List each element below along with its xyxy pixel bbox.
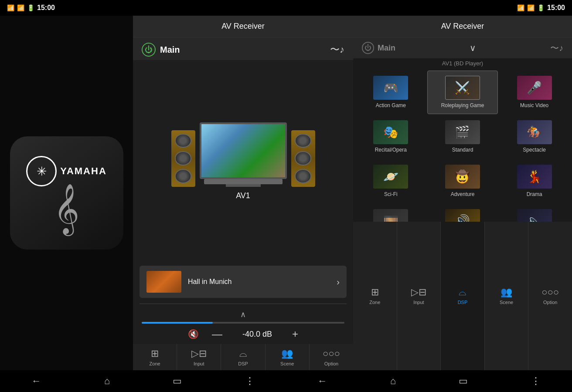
- right-nav-option[interactable]: ○○○ Option: [528, 222, 572, 371]
- left-nav-scene[interactable]: 👥 Scene: [266, 344, 310, 370]
- right-option-icon: ○○○: [541, 287, 559, 298]
- input-label: AV1: [236, 191, 250, 200]
- tv-stand: [204, 179, 283, 184]
- dsp-item-2ch-stereo[interactable]: 🔈 2ch Stereo: [499, 204, 570, 222]
- left-back-button[interactable]: ←: [23, 374, 50, 389]
- dsp-item-action-game[interactable]: 🎮 Action Game: [355, 71, 426, 114]
- dsp-item-music-video[interactable]: 🎤 Music Video: [499, 71, 570, 114]
- speaker-system: [171, 122, 315, 187]
- music-video-thumb: 🎤: [517, 76, 552, 100]
- sci-fi-label: Sci-Fi: [384, 191, 398, 198]
- left-nav-input[interactable]: ▷⊟ Input: [177, 344, 221, 370]
- sci-fi-thumb: 🪐: [373, 165, 408, 189]
- action-game-thumb: 🎮: [373, 76, 408, 100]
- option-icon: ○○○: [323, 348, 340, 359]
- dsp-item-sci-fi[interactable]: 🪐 Sci-Fi: [355, 159, 426, 203]
- time-right: 15:00: [547, 4, 565, 12]
- volume-display: -40.0 dB: [235, 330, 279, 339]
- scene-icon: 👥: [281, 348, 293, 359]
- option-label: Option: [324, 361, 338, 366]
- right-recents-button[interactable]: ▭: [450, 374, 477, 389]
- adventure-label: Adventure: [451, 191, 475, 198]
- volume-track[interactable]: [142, 322, 344, 324]
- right-zone-icon: ⊞: [371, 287, 379, 298]
- right-dsp-label: DSP: [458, 300, 468, 305]
- right-option-label: Option: [543, 300, 557, 305]
- left-zone-name: Main: [160, 45, 180, 55]
- right-input-label: Input: [413, 300, 424, 305]
- left-nav-dsp[interactable]: ⌓ DSP: [221, 344, 265, 370]
- spectacle-thumb: 🏇: [517, 120, 552, 144]
- tv-unit: [200, 122, 287, 187]
- expand-down-icon[interactable]: ∨: [470, 43, 476, 53]
- venue-bar[interactable]: Hall in Munich ›: [140, 266, 347, 298]
- right-nav-panel: ⊞ Zone ▷⊟ Input ⌓ DSP 👥 Scene ○○○ Option: [353, 222, 572, 371]
- dsp-item-adventure[interactable]: 🤠 Adventure: [427, 159, 498, 203]
- signal-icon-right: 📶: [527, 4, 535, 11]
- left-nav-zone[interactable]: ⊞ Zone: [133, 344, 177, 370]
- dsp-item-mono-movie[interactable]: 🎞️ Mono Movie: [355, 204, 426, 222]
- dsp-power-button[interactable]: ⏻: [362, 42, 374, 54]
- left-av-panel: AV Receiver ⏻ Main 〜♪: [133, 16, 353, 370]
- right-nav-zone[interactable]: ⊞ Zone: [353, 222, 397, 371]
- recital-opera-label: Recital/Opera: [375, 147, 407, 154]
- yamaha-logo: ✳ YAMAHA 𝄞: [10, 136, 123, 250]
- right-speaker-mid: [295, 151, 311, 166]
- volume-down-button[interactable]: —: [212, 328, 222, 340]
- right-dsp-icon: ⌓: [459, 287, 466, 298]
- right-nav-scene[interactable]: 👥 Scene: [485, 222, 529, 371]
- left-recents-button[interactable]: ▭: [164, 374, 191, 389]
- left-menu-button[interactable]: ⋮: [236, 374, 263, 389]
- left-nav-option[interactable]: ○○○ Option: [310, 344, 353, 370]
- venue-name: Hall in Munich: [188, 278, 330, 286]
- dsp-item-roleplaying-game[interactable]: ⚔️ Roleplaying Game: [427, 71, 498, 114]
- mute-button[interactable]: 🔇: [188, 329, 199, 339]
- battery-icon-right: 🔋: [537, 4, 545, 11]
- signal-icon-left: 📶: [17, 4, 24, 11]
- tv-screen: [200, 122, 287, 179]
- status-bar-left: 📶 📶 🔋 15:00: [0, 0, 133, 16]
- dsp-label: DSP: [238, 361, 248, 366]
- zone-label: Zone: [150, 361, 160, 366]
- drama-label: Drama: [527, 191, 542, 198]
- left-speaker-tweeter: [175, 134, 191, 148]
- dsp-input-label: AV1 (BD Player): [353, 58, 572, 68]
- dsp-item-surround-decoder[interactable]: 🔊 Surround Decoder: [427, 204, 498, 222]
- right-menu-button[interactable]: ⋮: [522, 374, 549, 389]
- right-home-button[interactable]: ⌂: [381, 374, 405, 389]
- right-nav-input[interactable]: ▷⊟ Input: [397, 222, 441, 371]
- left-zone-area: ⏻ Main 〜♪: [133, 37, 353, 60]
- time-left: 15:00: [37, 4, 55, 12]
- dsp-item-spectacle[interactable]: 🏇 Spectacle: [499, 115, 570, 159]
- left-home-button[interactable]: ⌂: [95, 374, 119, 389]
- volume-controls: 🔇 — -40.0 dB +: [142, 326, 344, 342]
- zone-icon: ⊞: [151, 348, 159, 359]
- right-nav-dsp[interactable]: ⌓ DSP: [441, 222, 485, 371]
- right-speaker-tweeter: [295, 134, 311, 148]
- right-panel-header: AV Receiver: [353, 16, 572, 37]
- volume-fill: [142, 322, 213, 324]
- 2ch-stereo-thumb: 🔈: [517, 209, 552, 222]
- dsp-item-drama[interactable]: 💃 Drama: [499, 159, 570, 203]
- volume-area: ∧ 🔇 — -40.0 dB +: [133, 306, 353, 344]
- standard-label: Standard: [452, 147, 473, 154]
- dsp-wifi-icon: 〜♪: [550, 42, 563, 54]
- battery-icon-left: 🔋: [27, 4, 34, 11]
- left-sys-nav: ← ⌂ ▭ ⋮: [0, 374, 286, 389]
- dsp-item-standard[interactable]: 🎬 Standard: [427, 115, 498, 159]
- left-power-button[interactable]: ⏻: [142, 43, 156, 57]
- treble-clef-icon: 𝄞: [54, 186, 79, 230]
- wifi-icon-right: 📶: [517, 4, 524, 11]
- left-panel-header: AV Receiver: [133, 16, 353, 37]
- left-speaker: [171, 130, 195, 187]
- right-back-button[interactable]: ←: [309, 374, 336, 389]
- right-speaker-woofer: [295, 169, 311, 183]
- left-speaker-mid: [175, 151, 191, 166]
- expand-button[interactable]: ∧: [142, 310, 344, 319]
- right-input-icon: ▷⊟: [411, 287, 426, 298]
- input-label-nav: Input: [194, 361, 204, 366]
- recital-opera-thumb: 🎭: [373, 120, 408, 144]
- left-wifi-icon: 〜♪: [330, 43, 344, 56]
- volume-up-button[interactable]: +: [292, 328, 298, 340]
- dsp-item-recital-opera[interactable]: 🎭 Recital/Opera: [355, 115, 426, 159]
